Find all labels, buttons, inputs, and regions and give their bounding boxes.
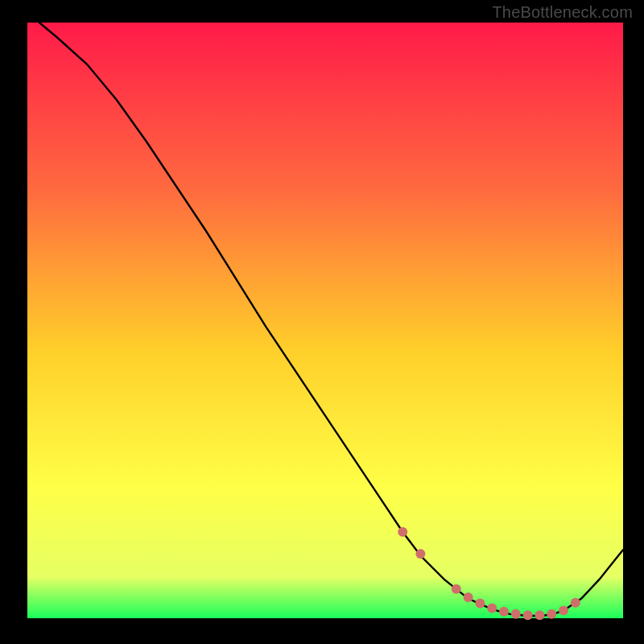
highlight-dot [571,598,580,608]
highlight-dot [398,527,407,537]
highlight-dot [415,549,425,559]
highlight-dot [511,609,521,619]
chart-background [27,23,623,618]
highlight-dot [452,584,461,594]
highlight-dot [499,607,509,617]
highlight-dot [487,603,497,613]
highlight-dot [475,599,485,609]
chart-frame: TheBottleneck.com [0,0,644,644]
highlight-dot [523,610,533,620]
highlight-dot [535,610,544,620]
bottleneck-chart [0,0,644,644]
highlight-dot [559,605,568,615]
highlight-dot [547,609,556,619]
highlight-dot [464,592,473,602]
